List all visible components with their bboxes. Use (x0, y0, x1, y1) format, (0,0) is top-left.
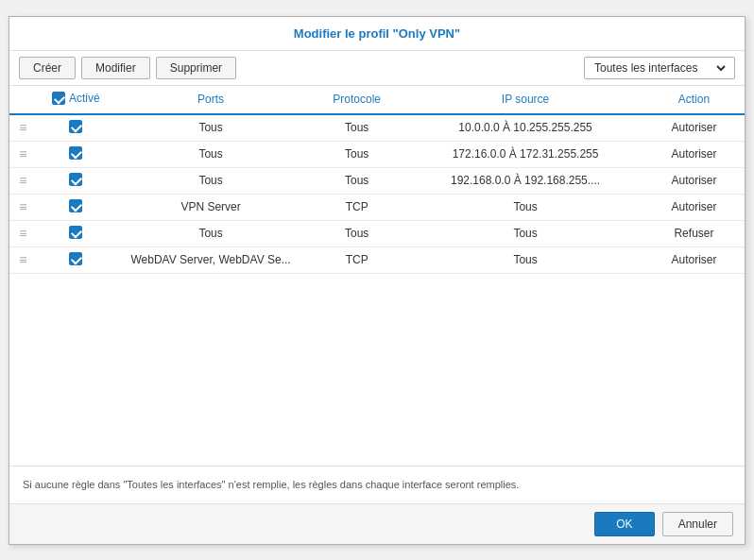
row-checkbox-cell (37, 246, 115, 273)
drag-handle[interactable]: ≡ (9, 114, 37, 142)
table-row[interactable]: ≡TousTous172.16.0.0 À 172.31.255.255Auto… (9, 141, 745, 167)
dialog-buttons: OK Annuler (9, 504, 745, 544)
row-ip-source: Tous (407, 194, 643, 220)
row-checkbox[interactable] (69, 199, 82, 212)
row-checkbox-cell (37, 141, 115, 167)
row-protocole: TCP (306, 246, 407, 273)
drag-icon: ≡ (19, 226, 26, 241)
create-button[interactable]: Créer (19, 57, 76, 79)
drag-icon: ≡ (19, 252, 26, 267)
row-checkbox[interactable] (69, 226, 82, 239)
footer-info: Si aucune règle dans "Toutes les interfa… (9, 467, 745, 504)
row-checkbox-cell (37, 167, 115, 194)
delete-button[interactable]: Supprimer (156, 57, 236, 79)
drag-handle[interactable]: ≡ (9, 246, 37, 273)
row-action: Autoriser (643, 141, 745, 167)
row-ports: WebDAV Server, WebDAV Se... (115, 246, 306, 273)
table-body: ≡TousTous10.0.0.0 À 10.255.255.255Autori… (9, 114, 745, 274)
row-ports: Tous (115, 167, 306, 194)
row-ports: VPN Server (115, 194, 306, 220)
table-row[interactable]: ≡TousTous192.168.0.0 À 192.168.255....Au… (9, 167, 745, 194)
interface-select-wrapper[interactable]: Toutes les interfaces (584, 57, 735, 79)
row-checkbox-cell (37, 114, 115, 142)
drag-handle[interactable]: ≡ (9, 167, 37, 194)
col-activated-header: Activé (37, 86, 115, 114)
row-action: Autoriser (643, 246, 745, 273)
row-ip-source: 10.0.0.0 À 10.255.255.255 (407, 114, 643, 142)
row-checkbox[interactable] (69, 120, 82, 133)
row-ip-source: Tous (407, 246, 643, 273)
row-action: Autoriser (643, 167, 745, 194)
col-drag-header (9, 86, 37, 114)
interface-select[interactable]: Toutes les interfaces (591, 60, 728, 76)
row-protocole: Tous (306, 141, 407, 167)
table-row[interactable]: ≡WebDAV Server, WebDAV Se...TCPTousAutor… (9, 246, 745, 273)
dialog-title: Modifier le profil "Only VPN" (9, 17, 745, 51)
row-protocole: Tous (306, 220, 407, 246)
row-action: Refuser (643, 220, 745, 246)
row-checkbox[interactable] (69, 146, 82, 160)
row-checkbox[interactable] (69, 252, 82, 265)
table-row[interactable]: ≡TousTous10.0.0.0 À 10.255.255.255Autori… (9, 114, 745, 142)
drag-icon: ≡ (19, 146, 26, 161)
toolbar: Créer Modifier Supprimer Toutes les inte… (9, 51, 745, 86)
table-row[interactable]: ≡VPN ServerTCPTousAutoriser (9, 194, 745, 220)
row-protocole: Tous (306, 167, 407, 194)
row-protocole: Tous (306, 114, 407, 142)
activated-header-label: Activé (69, 92, 100, 105)
drag-handle[interactable]: ≡ (9, 194, 37, 220)
rules-table: Activé Ports Protocole IP source Action … (9, 86, 745, 274)
col-ipsource-header: IP source (407, 86, 643, 114)
main-dialog: Modifier le profil "Only VPN" Créer Modi… (9, 16, 745, 545)
row-ports: Tous (115, 114, 306, 142)
cancel-button[interactable]: Annuler (662, 512, 733, 536)
drag-icon: ≡ (19, 173, 26, 188)
row-ports: Tous (115, 141, 306, 167)
row-action: Autoriser (643, 114, 745, 142)
row-protocole: TCP (306, 194, 407, 220)
table-row[interactable]: ≡TousTousTousRefuser (9, 220, 745, 246)
row-ports: Tous (115, 220, 306, 246)
header-checkbox[interactable] (52, 92, 65, 105)
row-ip-source: Tous (407, 220, 643, 246)
table-area: Activé Ports Protocole IP source Action … (9, 86, 745, 467)
drag-icon: ≡ (19, 199, 26, 214)
modify-button[interactable]: Modifier (81, 57, 150, 79)
drag-handle[interactable]: ≡ (9, 141, 37, 167)
col-protocole-header: Protocole (306, 86, 407, 114)
row-checkbox[interactable] (69, 173, 82, 186)
row-action: Autoriser (643, 194, 745, 220)
header-checkbox-container: Activé (52, 92, 100, 105)
row-ip-source: 172.16.0.0 À 172.31.255.255 (407, 141, 643, 167)
drag-icon: ≡ (19, 120, 26, 135)
row-checkbox-cell (37, 194, 115, 220)
col-action-header: Action (643, 86, 745, 114)
row-ip-source: 192.168.0.0 À 192.168.255.... (407, 167, 643, 194)
row-checkbox-cell (37, 220, 115, 246)
ok-button[interactable]: OK (594, 512, 654, 536)
drag-handle[interactable]: ≡ (9, 220, 37, 246)
col-ports-header: Ports (115, 86, 306, 114)
